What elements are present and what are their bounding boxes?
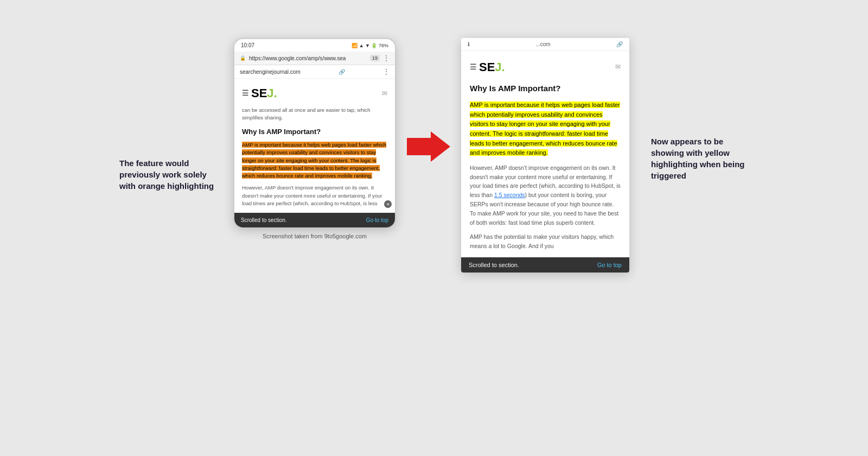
left-intro-text: can be accessed all at once and are easi… bbox=[242, 106, 387, 122]
right-bottom-bar: Scrolled to section. Go to top bbox=[461, 257, 629, 273]
left-phone-mockup: 10:07 📶 ▲ ▼ 🔋 76% 🔒 https://www.google.c… bbox=[233, 38, 396, 229]
left-scrolled-text: Scrolled to section. bbox=[241, 217, 287, 223]
close-button[interactable]: ✕ bbox=[384, 200, 392, 208]
lock-icon: 🔒 bbox=[240, 55, 246, 61]
left-go-to-top[interactable]: Go to top bbox=[366, 217, 388, 223]
right-annotation: Now appears to be showing with yellow hi… bbox=[646, 130, 754, 187]
phone-site-bar: searchenginejournal.com 🔗 ⋮ bbox=[234, 65, 395, 79]
screenshot-caption: Screenshot taken from 9to5google.com bbox=[263, 233, 367, 239]
left-phone-content: ☰ SEJ. ✉ can be accessed all at once and… bbox=[234, 79, 395, 213]
status-icons: 📶 ▲ ▼ 🔋 76% bbox=[352, 43, 388, 48]
right-body-text-3: AMP has the potential to make your visit… bbox=[470, 232, 621, 251]
right-go-to-top[interactable]: Go to top bbox=[597, 262, 622, 268]
red-arrow-icon bbox=[407, 130, 450, 163]
arrow-container bbox=[407, 130, 450, 163]
hamburger-icon: ☰ bbox=[242, 87, 249, 99]
info-icon: ℹ bbox=[468, 41, 470, 47]
sej-logo-right: ☰ SEJ. ✉ bbox=[470, 58, 621, 77]
right-highlighted-para: AMP is important because it helps web pa… bbox=[470, 100, 621, 158]
email-icon-right: ✉ bbox=[615, 62, 621, 72]
logo-j: J bbox=[267, 86, 273, 100]
logo-se: SEJ. bbox=[251, 84, 277, 102]
right-heading: Why Is AMP Important? bbox=[470, 82, 621, 95]
url-text: https://www.google.com/amp/s/www.sea bbox=[249, 55, 367, 61]
email-icon-left: ✉ bbox=[382, 88, 387, 98]
phone-status-bar: 10:07 📶 ▲ ▼ 🔋 76% bbox=[234, 39, 395, 52]
right-body-para-1: However, AMP doesn't improve engagement … bbox=[470, 163, 621, 227]
hamburger-icon-right: ☰ bbox=[470, 61, 477, 73]
right-logo-j: J bbox=[495, 60, 501, 74]
right-top-bar: ℹ ...com 🔗 bbox=[461, 38, 629, 51]
right-logo-se: SEJ. bbox=[479, 58, 505, 77]
site-domain: searchenginejournal.com bbox=[240, 69, 301, 75]
right-phone-content: ☰ SEJ. ✉ Why Is AMP Important? AMP is im… bbox=[461, 51, 629, 257]
left-highlighted-para: AMP is important because it helps web pa… bbox=[242, 141, 387, 180]
logo-period: . bbox=[274, 86, 277, 100]
left-heading: Why Is AMP Important? bbox=[242, 126, 387, 137]
yellow-highlighted-text: AMP is important because it helps web pa… bbox=[470, 102, 620, 156]
status-time: 10:07 bbox=[241, 42, 254, 48]
right-logo-period: . bbox=[502, 60, 505, 74]
right-scrolled-text: Scrolled to section. bbox=[469, 262, 519, 268]
more-icon[interactable]: ⋮ bbox=[383, 54, 390, 62]
sej-logo-left: ☰ SEJ. ✉ bbox=[242, 84, 387, 102]
link-icon: 🔗 bbox=[616, 41, 623, 47]
left-annotation-text: The feature would previously work solely… bbox=[119, 157, 217, 192]
left-annotation: The feature would previously work solely… bbox=[114, 152, 222, 197]
left-bottom-bar: Scrolled to section. Go to top bbox=[234, 213, 395, 227]
main-container: The feature would previously work solely… bbox=[0, 0, 868, 456]
right-domain: ...com bbox=[535, 41, 550, 47]
phone-url-bar[interactable]: 🔒 https://www.google.com/amp/s/www.sea 1… bbox=[234, 52, 395, 65]
right-annotation-text: Now appears to be showing with yellow hi… bbox=[651, 136, 749, 181]
chain-icon: 🔗 bbox=[339, 69, 345, 75]
svg-marker-0 bbox=[407, 131, 450, 162]
orange-highlighted-text: AMP is important because it helps web pa… bbox=[242, 142, 386, 179]
site-more-icon[interactable]: ⋮ bbox=[383, 68, 390, 75]
tab-badge: 19 bbox=[370, 55, 380, 61]
left-phone-wrapper: 10:07 📶 ▲ ▼ 🔋 76% 🔒 https://www.google.c… bbox=[233, 22, 396, 239]
right-phone-mockup: ℹ ...com 🔗 ☰ SEJ. ✉ Why Is AMP Important… bbox=[461, 38, 629, 273]
right-link[interactable]: 1.5 seconds bbox=[494, 192, 525, 198]
left-body-text: However, AMP doesn't improve engagement … bbox=[242, 184, 387, 207]
